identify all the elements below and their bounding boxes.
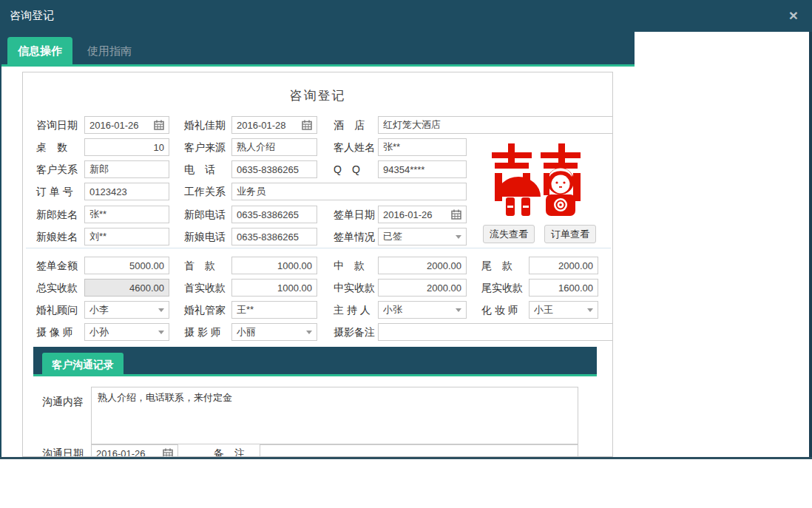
final-pay-label: 尾 款 xyxy=(481,260,512,271)
comm-note-input[interactable] xyxy=(260,444,578,457)
dialog-left-border xyxy=(0,32,1,459)
mid-received-label: 中实收款 xyxy=(334,282,375,294)
videographer-label: 摄 像 师 xyxy=(36,326,73,338)
bride-phone-label: 新娘电话 xyxy=(184,231,226,243)
makeup-select[interactable]: 小王 xyxy=(529,301,598,319)
guest-name-label: 客人姓名 xyxy=(334,141,375,153)
consult-date-label: 咨询日期 xyxy=(36,119,78,131)
videographer-select[interactable]: 小孙 xyxy=(84,323,169,341)
dialog-right-border xyxy=(809,32,812,459)
groom-name-input[interactable]: 张** xyxy=(84,206,169,223)
bride-name-input[interactable]: 刘** xyxy=(84,228,169,245)
photographer-select[interactable]: 小丽 xyxy=(231,323,317,341)
sign-status-label: 签单情况 xyxy=(334,231,375,243)
dialog-right-blank-panel xyxy=(635,32,809,457)
calendar-icon[interactable] xyxy=(154,120,164,130)
wedding-date-label: 婚礼佳期 xyxy=(184,119,226,131)
comm-note-label: 备 注 xyxy=(214,447,245,457)
comm-section-tab[interactable]: 客户沟通记录 xyxy=(42,353,124,376)
consult-register-dialog: 咨询登记 × 信息操作 使用指南 咨询登记 咨询日期 2016-01-26 婚礼… xyxy=(0,0,812,459)
tab-user-guide[interactable]: 使用指南 xyxy=(77,37,142,64)
wedding-date-input[interactable]: 2016-01-28 xyxy=(231,116,317,134)
sign-date-input[interactable]: 2016-01-26 xyxy=(378,206,467,223)
form-title: 咨询登记 xyxy=(23,87,612,104)
loss-view-button[interactable]: 流失查看 xyxy=(483,225,535,243)
chevron-down-icon[interactable] xyxy=(158,331,164,334)
dialog-bottom-border xyxy=(0,457,812,459)
phone-input[interactable]: 0635-8386265 xyxy=(231,160,317,178)
consultant-label: 婚礼顾问 xyxy=(36,304,78,316)
customer-source-input[interactable]: 熟人介绍 xyxy=(231,138,317,156)
bride-phone-input[interactable]: 0635-8386265 xyxy=(231,228,317,245)
sign-date-label: 签单日期 xyxy=(334,209,375,220)
chevron-down-icon[interactable] xyxy=(158,308,164,312)
comm-content-label: 沟通内容 xyxy=(42,396,84,407)
groom-phone-input[interactable]: 0635-8386265 xyxy=(231,206,317,223)
tables-label: 桌 数 xyxy=(36,141,67,153)
order-no-input[interactable]: 0123423 xyxy=(84,183,169,200)
qq-input[interactable]: 94354**** xyxy=(378,160,467,178)
comm-date-input[interactable]: 2016-01-26 xyxy=(91,444,178,457)
calendar-icon[interactable] xyxy=(302,120,312,130)
chevron-down-icon[interactable] xyxy=(456,308,461,312)
form-panel: 咨询登记 咨询日期 2016-01-26 婚礼佳期 2016-01-28 酒 店… xyxy=(22,72,613,457)
customer-relation-label: 客户关系 xyxy=(36,163,78,175)
photo-note-label: 摄影备注 xyxy=(334,326,375,338)
dialog-titlebar: 咨询登记 × xyxy=(0,0,812,32)
guest-name-input[interactable]: 张** xyxy=(378,138,467,156)
customer-relation-input[interactable]: 新郎 xyxy=(84,160,169,178)
calendar-icon[interactable] xyxy=(163,448,173,457)
chevron-down-icon[interactable] xyxy=(587,308,593,312)
tab-strip: 信息操作 使用指南 xyxy=(0,32,635,67)
first-received-label: 首实收款 xyxy=(184,282,226,294)
bride-name-label: 新娘姓名 xyxy=(36,231,78,243)
sign-amount-label: 签单金额 xyxy=(36,260,78,271)
host-label: 主 持 人 xyxy=(334,304,371,316)
qq-label: Q Q xyxy=(334,163,360,175)
section-divider xyxy=(26,248,611,248)
comm-content-textarea[interactable]: 熟人介绍，电话联系，来付定金 xyxy=(91,387,578,444)
close-icon[interactable]: × xyxy=(785,7,802,24)
consult-date-input[interactable]: 2016-01-26 xyxy=(84,116,169,134)
first-received-input[interactable]: 1000.00 xyxy=(231,279,317,297)
tables-input[interactable]: 10 xyxy=(84,138,169,156)
first-pay-input[interactable]: 1000.00 xyxy=(231,257,317,274)
first-pay-label: 首 款 xyxy=(184,260,215,271)
host-select[interactable]: 小张 xyxy=(378,301,467,319)
butler-input[interactable]: 王** xyxy=(231,301,317,319)
chevron-down-icon[interactable] xyxy=(306,331,312,334)
dialog-title: 咨询登记 xyxy=(10,9,54,23)
total-received-input: 4600.00 xyxy=(84,279,169,297)
photographer-label: 摄 影 师 xyxy=(184,326,221,338)
chevron-down-icon[interactable] xyxy=(456,235,461,239)
mid-pay-input[interactable]: 2000.00 xyxy=(378,257,467,274)
total-received-label: 总实收款 xyxy=(36,282,78,294)
comm-date-label: 沟通日期 xyxy=(42,447,84,457)
mid-received-input[interactable]: 2000.00 xyxy=(378,279,467,297)
double-happiness-image xyxy=(490,143,583,219)
sign-amount-input[interactable]: 5000.00 xyxy=(84,257,169,274)
consultant-select[interactable]: 小李 xyxy=(84,301,169,319)
order-view-button[interactable]: 订单查看 xyxy=(544,225,596,243)
makeup-label: 化 妆 师 xyxy=(481,304,518,316)
final-received-input[interactable]: 1600.00 xyxy=(529,279,598,297)
sign-status-select[interactable]: 已签 xyxy=(378,228,467,245)
hotel-input[interactable]: 红灯笼大酒店 xyxy=(378,116,613,134)
work-relation-input[interactable]: 业务员 xyxy=(231,183,467,200)
final-pay-input[interactable]: 2000.00 xyxy=(529,257,598,274)
work-relation-label: 工作关系 xyxy=(184,186,226,197)
hotel-label: 酒 店 xyxy=(334,119,365,131)
tab-info-operate[interactable]: 信息操作 xyxy=(7,37,72,64)
calendar-icon[interactable] xyxy=(451,209,461,220)
mid-pay-label: 中 款 xyxy=(334,260,365,271)
photo-note-input[interactable] xyxy=(378,323,613,341)
order-no-label: 订 单 号 xyxy=(36,186,73,197)
final-received-label: 尾实收款 xyxy=(481,282,523,294)
groom-phone-label: 新郎电话 xyxy=(184,209,226,220)
butler-label: 婚礼管家 xyxy=(184,304,226,316)
comm-section-header: 客户沟通记录 xyxy=(33,347,597,376)
groom-name-label: 新郎姓名 xyxy=(36,209,78,220)
phone-label: 电 话 xyxy=(184,163,215,175)
customer-source-label: 客户来源 xyxy=(184,141,226,153)
